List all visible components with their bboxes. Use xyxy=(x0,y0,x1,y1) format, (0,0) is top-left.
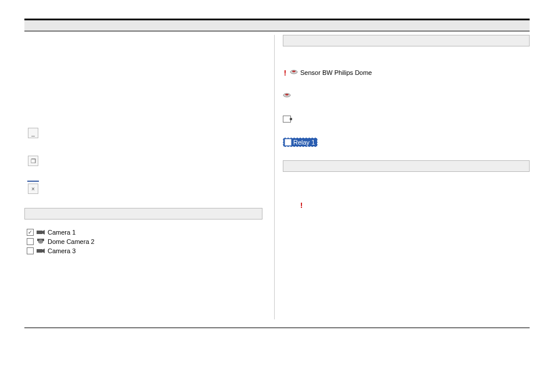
svg-rect-0 xyxy=(37,231,42,234)
device-tree: ! Sensor BW Philips Dome xyxy=(283,67,530,148)
left-section-header xyxy=(24,208,262,220)
alert-icon: ! xyxy=(283,69,287,77)
sensor-icon xyxy=(290,70,298,75)
camera-label: Dome Camera 2 xyxy=(48,238,95,246)
camera-icon xyxy=(36,229,45,236)
svg-marker-1 xyxy=(42,230,45,235)
accent-bar xyxy=(27,181,39,182)
sensor-icon xyxy=(283,93,291,99)
checkbox-icon[interactable] xyxy=(27,247,34,254)
camera-row[interactable]: Dome Camera 2 xyxy=(27,237,262,246)
checkbox-icon[interactable]: ✓ xyxy=(27,229,34,236)
camera-label: Camera 1 xyxy=(48,228,75,236)
right-section-header-2 xyxy=(283,160,530,172)
svg-point-3 xyxy=(39,239,42,243)
right-section-header-1 xyxy=(283,35,530,46)
bottom-separator xyxy=(24,328,530,329)
restore-button[interactable]: ❐ xyxy=(28,156,38,166)
tree-item-aux[interactable] xyxy=(283,114,530,124)
minimize-button[interactable]: _ xyxy=(28,128,38,138)
checkbox-icon[interactable] xyxy=(27,238,34,245)
tree-item-relay[interactable]: Relay 1 xyxy=(283,137,530,148)
tree-item-sensor[interactable]: ! Sensor BW Philips Dome xyxy=(283,67,530,78)
top-header-bar xyxy=(24,19,530,31)
camera-label: Camera 3 xyxy=(48,247,75,255)
camera-row[interactable]: ✓ Camera 1 xyxy=(27,228,262,237)
svg-marker-5 xyxy=(42,249,45,253)
tree-item-device[interactable] xyxy=(283,91,530,101)
window-control-group: _ ❐ × xyxy=(28,128,262,194)
camera-list: ✓ Camera 1 Dome Camera 2 xyxy=(27,228,262,256)
alert-icon: ! xyxy=(300,201,530,210)
svg-point-7 xyxy=(292,71,296,73)
minimize-icon: _ xyxy=(31,130,35,136)
camera-icon xyxy=(36,247,45,254)
camera-row[interactable]: Camera 3 xyxy=(27,246,262,256)
close-icon: × xyxy=(31,186,35,192)
svg-rect-4 xyxy=(37,249,42,253)
close-button[interactable]: × xyxy=(28,184,38,194)
relay-icon xyxy=(285,139,292,146)
selected-item: Relay 1 xyxy=(283,138,318,147)
svg-point-9 xyxy=(285,94,289,96)
aux-io-icon xyxy=(283,116,291,123)
tree-item-label: Sensor BW Philips Dome xyxy=(300,69,372,76)
restore-icon: ❐ xyxy=(31,158,36,164)
dome-camera-icon xyxy=(36,238,45,245)
tree-item-label: Relay 1 xyxy=(293,139,315,146)
